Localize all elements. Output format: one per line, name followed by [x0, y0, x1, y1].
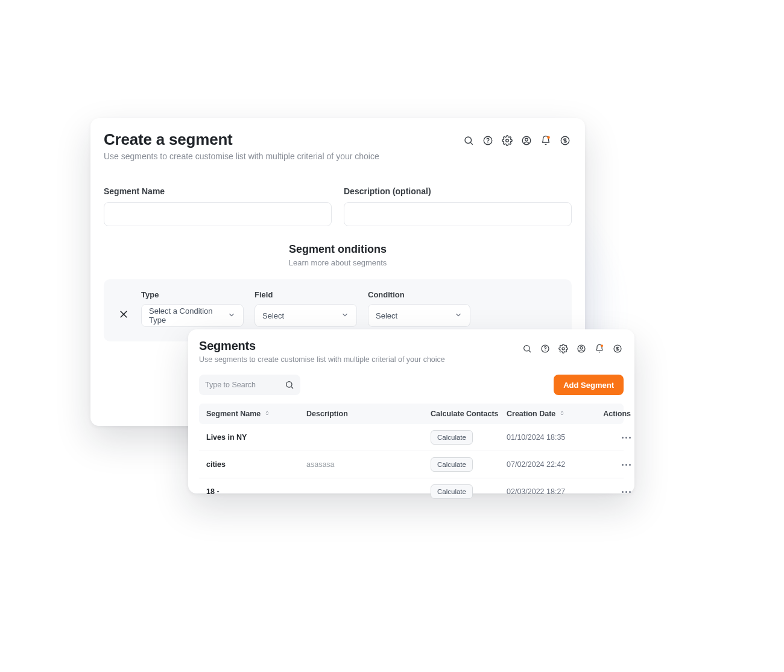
cell-date: 01/10/2024 18:35: [507, 433, 585, 442]
field-select-value: Select: [262, 311, 284, 320]
search-icon[interactable]: [521, 343, 533, 355]
search-icon: [285, 380, 294, 390]
table-header: Segment Name Description Calculate Conta…: [199, 404, 624, 424]
svg-point-5: [522, 136, 531, 145]
segments-title: Segments: [199, 339, 445, 353]
svg-line-21: [291, 387, 293, 388]
page-subtitle: Use segments to create customise list wi…: [104, 151, 379, 161]
currency-icon[interactable]: [558, 134, 572, 147]
bell-icon[interactable]: [539, 134, 552, 147]
segments-subtitle: Use segments to create customise list wi…: [199, 355, 445, 364]
col-calculate: Calculate Contacts: [431, 410, 503, 418]
header-icon-row: [462, 130, 572, 147]
table-row: 18 - Calculate 02/03/2022 18:27: [199, 478, 624, 505]
svg-point-14: [545, 350, 545, 351]
add-segment-label: Add Segment: [563, 381, 614, 390]
svg-point-11: [524, 346, 530, 351]
svg-line-12: [529, 350, 531, 352]
svg-line-1: [470, 142, 472, 144]
col-creation-date[interactable]: Creation Date: [507, 410, 585, 418]
condition-select[interactable]: Select: [368, 304, 470, 327]
svg-point-0: [465, 137, 472, 144]
calculate-button[interactable]: Calculate: [431, 484, 473, 499]
col-label: Creation Date: [507, 410, 555, 418]
svg-point-17: [580, 347, 583, 349]
svg-point-3: [487, 142, 488, 143]
calculate-button[interactable]: Calculate: [431, 430, 473, 445]
svg-point-15: [562, 347, 564, 350]
svg-point-4: [506, 139, 509, 142]
condition-label: Condition: [368, 290, 470, 299]
type-label: Type: [141, 290, 244, 299]
svg-point-20: [286, 382, 292, 387]
segments-list-card: Segments Use segments to create customis…: [188, 329, 634, 493]
col-label: Actions: [603, 410, 631, 418]
chevron-down-icon: [341, 311, 349, 321]
sort-icon: [264, 410, 270, 418]
col-label: Description: [306, 410, 348, 418]
conditions-heading: Segment onditions: [104, 243, 572, 256]
col-label: Calculate Contacts: [431, 410, 499, 418]
conditions-help-link[interactable]: Learn more about segments: [104, 258, 572, 267]
page-title: Create a segment: [104, 130, 379, 149]
user-icon[interactable]: [575, 343, 587, 355]
segment-name-input[interactable]: [104, 202, 332, 226]
cell-name: cities: [206, 460, 303, 469]
condition-select-value: Select: [376, 311, 397, 320]
search-placeholder: Type to Search: [205, 381, 256, 389]
segments-table: Segment Name Description Calculate Conta…: [199, 404, 624, 505]
bell-icon[interactable]: [593, 343, 605, 355]
row-actions-button[interactable]: [622, 491, 631, 493]
help-icon[interactable]: [481, 134, 495, 147]
description-input[interactable]: [344, 202, 572, 226]
search-input[interactable]: Type to Search: [199, 375, 300, 395]
description-label: Description (optional): [344, 186, 572, 196]
cell-description: asasasa: [306, 460, 427, 469]
chevron-down-icon: [227, 311, 236, 321]
type-select[interactable]: Select a Condition Type: [141, 304, 244, 327]
field-select[interactable]: Select: [254, 304, 357, 327]
table-row: Lives in NY Calculate 01/10/2024 18:35: [199, 424, 624, 451]
cell-name: Lives in NY: [206, 433, 303, 442]
currency-icon[interactable]: [612, 343, 624, 355]
row-actions-button[interactable]: [622, 437, 631, 439]
type-select-value: Select a Condition Type: [149, 306, 227, 325]
chevron-down-icon: [454, 311, 463, 321]
user-icon[interactable]: [520, 134, 533, 147]
cell-date: 07/02/2024 22:42: [507, 460, 585, 469]
segment-name-label: Segment Name: [104, 186, 332, 196]
gear-icon[interactable]: [557, 343, 569, 355]
calculate-button[interactable]: Calculate: [431, 457, 473, 472]
gear-icon[interactable]: [501, 134, 514, 147]
col-label: Segment Name: [206, 410, 261, 418]
col-segment-name[interactable]: Segment Name: [206, 410, 303, 418]
svg-point-6: [525, 138, 528, 141]
col-actions: Actions: [589, 410, 631, 418]
cell-name: 18 -: [206, 487, 303, 496]
row-actions-button[interactable]: [622, 464, 631, 466]
search-icon[interactable]: [462, 134, 475, 147]
remove-condition-button[interactable]: [117, 308, 130, 321]
table-row: cities asasasa Calculate 07/02/2024 22:4…: [199, 451, 624, 478]
svg-point-16: [578, 345, 585, 352]
header-icon-row: [521, 339, 624, 355]
field-label: Field: [254, 290, 357, 299]
svg-point-18: [601, 344, 603, 347]
sort-icon: [559, 410, 565, 418]
cell-date: 02/03/2022 18:27: [507, 487, 585, 496]
svg-point-7: [547, 136, 550, 139]
help-icon[interactable]: [539, 343, 551, 355]
col-description: Description: [306, 410, 427, 418]
add-segment-button[interactable]: Add Segment: [554, 375, 624, 395]
